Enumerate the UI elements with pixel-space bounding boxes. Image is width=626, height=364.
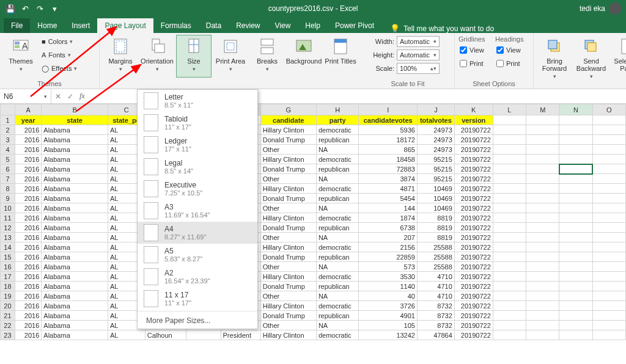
row-header[interactable]: 14 [1, 242, 15, 252]
cell[interactable]: 5454 [359, 194, 418, 203]
orientation-button[interactable]: Orientation▾ [140, 35, 174, 77]
cell[interactable] [559, 223, 592, 233]
cell[interactable]: 20190722 [454, 311, 493, 321]
cell[interactable]: Calhoun [145, 330, 186, 340]
cell[interactable] [526, 203, 559, 213]
cell[interactable]: Hillary Clinton [260, 184, 316, 194]
cell[interactable]: democratic [316, 213, 359, 223]
colors-button[interactable]: ■ Colors ▾ [40, 35, 95, 48]
cell[interactable]: 20190722 [454, 184, 493, 194]
cell[interactable]: Alabama [42, 174, 108, 184]
cell[interactable]: Alabama [42, 321, 108, 330]
cell[interactable]: 2016 [15, 164, 41, 174]
gridlines-view-checkbox[interactable]: View [458, 44, 493, 56]
cell[interactable]: Donald Trump [260, 252, 316, 262]
column-header[interactable]: M [526, 104, 559, 115]
cell[interactable]: 95215 [417, 164, 454, 174]
size-option-a4[interactable]: A48.27" x 11.69" [138, 222, 257, 244]
cell[interactable]: 573 [359, 262, 418, 272]
cell[interactable]: Donald Trump [260, 311, 316, 321]
cell[interactable]: NA [316, 233, 359, 242]
cell[interactable]: Alabama [42, 311, 108, 321]
size-option-legal[interactable]: Legal8.5" x 14" [138, 156, 257, 178]
headings-view-checkbox[interactable]: View [495, 44, 529, 56]
undo-icon[interactable]: ↶ [18, 2, 32, 15]
cell[interactable]: Hillary Clinton [260, 155, 316, 164]
cell[interactable]: Alabama [42, 203, 108, 213]
cell[interactable]: Alabama [42, 291, 108, 301]
cell[interactable]: 2016 [15, 301, 41, 311]
tab-power-pivot[interactable]: Power Pivot [328, 18, 381, 33]
cell[interactable]: NA [316, 145, 359, 155]
cell[interactable]: 20190722 [454, 213, 493, 223]
headings-print-checkbox[interactable]: Print [495, 57, 529, 70]
cell[interactable]: 105 [359, 321, 418, 330]
cell[interactable]: 95215 [417, 155, 454, 164]
more-paper-sizes[interactable]: More Paper Sizes... [138, 313, 257, 329]
cell[interactable]: 20190722 [454, 233, 493, 242]
cell[interactable]: 8732 [417, 311, 454, 321]
cell[interactable] [493, 282, 526, 291]
cell[interactable]: NA [316, 291, 359, 301]
cell[interactable]: 20190722 [454, 252, 493, 262]
size-option-letter[interactable]: Letter8.5" x 11" [138, 90, 257, 112]
header-cell[interactable]: candidatevotes [359, 115, 418, 125]
cell[interactable]: 2016 [15, 223, 41, 233]
cell[interactable] [493, 311, 526, 321]
cell[interactable]: 20190722 [454, 330, 493, 340]
cell[interactable]: republican [316, 282, 359, 291]
size-option-ledger[interactable]: Ledger17" x 11" [138, 134, 257, 156]
cell[interactable] [559, 321, 592, 330]
cell[interactable]: 20190722 [454, 223, 493, 233]
cell[interactable]: 4871 [359, 184, 418, 194]
cell[interactable] [592, 282, 625, 291]
row-header[interactable]: 20 [1, 301, 15, 311]
tab-help[interactable]: Help [298, 18, 328, 33]
cell[interactable] [592, 252, 625, 262]
cell[interactable] [592, 174, 625, 184]
cell[interactable]: 10469 [417, 203, 454, 213]
cell[interactable]: Hillary Clinton [260, 213, 316, 223]
cell[interactable]: 24973 [417, 145, 454, 155]
themes-button[interactable]: A Themes▾ [4, 35, 38, 77]
cell[interactable]: 2016 [15, 174, 41, 184]
cell[interactable] [592, 145, 625, 155]
user-avatar-icon[interactable] [609, 2, 621, 15]
cell[interactable]: 20190722 [454, 321, 493, 330]
cell[interactable] [559, 291, 592, 301]
cell[interactable] [493, 242, 526, 252]
cell[interactable]: democratic [316, 301, 359, 311]
cell[interactable]: 2016 [15, 330, 41, 340]
row-header[interactable]: 21 [1, 311, 15, 321]
cell[interactable] [592, 242, 625, 252]
cell[interactable] [559, 164, 592, 174]
cell[interactable] [526, 223, 559, 233]
cell[interactable]: republican [316, 311, 359, 321]
size-option-tabloid[interactable]: Tabloid11" x 17" [138, 112, 257, 134]
tab-file[interactable]: File [4, 18, 30, 33]
cell[interactable] [493, 194, 526, 203]
cell[interactable] [526, 291, 559, 301]
row-header[interactable]: 8 [1, 184, 15, 194]
cell[interactable]: NA [316, 203, 359, 213]
cell[interactable] [559, 184, 592, 194]
header-cell[interactable] [592, 115, 625, 125]
cell[interactable]: democratic [316, 155, 359, 164]
cell[interactable]: 20190722 [454, 125, 493, 135]
cell[interactable]: 72883 [359, 164, 418, 174]
cell[interactable]: Alabama [42, 194, 108, 203]
cell[interactable]: Alabama [42, 252, 108, 262]
cell[interactable]: republican [316, 223, 359, 233]
header-cell[interactable]: state [42, 115, 108, 125]
size-option-a5[interactable]: A55.83" x 8.27" [138, 244, 257, 266]
enter-icon[interactable]: ✓ [67, 92, 73, 101]
cell[interactable]: 24973 [417, 135, 454, 145]
column-header[interactable]: H [316, 104, 359, 115]
cell[interactable] [493, 203, 526, 213]
cell[interactable] [493, 174, 526, 184]
cell[interactable] [559, 311, 592, 321]
cell[interactable]: AL [108, 330, 145, 340]
row-header[interactable]: 13 [1, 233, 15, 242]
cell[interactable] [526, 262, 559, 272]
row-header[interactable]: 17 [1, 272, 15, 282]
